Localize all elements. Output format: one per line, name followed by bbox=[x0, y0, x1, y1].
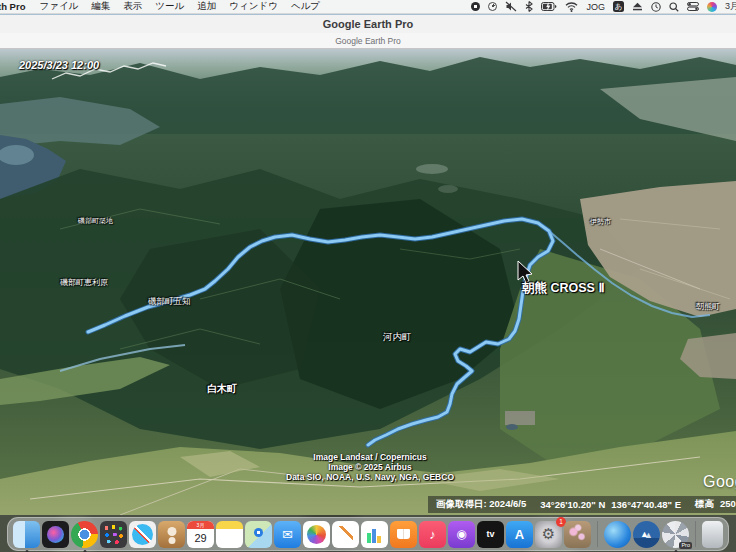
track-name-label[interactable]: 朝熊 CROSS Ⅱ bbox=[522, 280, 605, 297]
menu-clock[interactable]: 3月 bbox=[725, 1, 736, 12]
dock-notes-icon[interactable] bbox=[216, 521, 243, 548]
longitude-value: 136°47'40.48" E bbox=[611, 499, 681, 510]
latitude-value: 34°26'10.20" N bbox=[540, 499, 605, 510]
dock-chrome-icon[interactable] bbox=[71, 521, 98, 548]
imagery-datetime-overlay: 2025/3/23 12:00 bbox=[19, 59, 99, 71]
jog-menu-item[interactable]: JOG bbox=[586, 1, 605, 12]
window-title-bar[interactable]: Google Earth Pro bbox=[0, 14, 736, 33]
menu-window[interactable]: ウィンドウ bbox=[229, 0, 278, 13]
dock-calendar-icon[interactable]: 3月 29 bbox=[187, 521, 214, 548]
dock-numbers-icon[interactable] bbox=[361, 521, 388, 548]
music-note-glyph: ♪ bbox=[429, 527, 436, 542]
window-toolbar: Google Earth Pro bbox=[0, 33, 736, 49]
calendar-month: 3月 bbox=[187, 521, 214, 529]
menu-app-name[interactable]: th Pro bbox=[0, 1, 31, 12]
pro-badge: Pro bbox=[679, 542, 692, 549]
desktop-screen: th Pro ファイル 編集 表示 ツール 追加 ウィンドウ ヘルプ JOG あ… bbox=[0, 0, 736, 552]
attribution-line-3: Data SIO, NOAA, U.S. Navy, NGA, GEBCO bbox=[250, 472, 490, 482]
menu-edit[interactable]: 編集 bbox=[91, 0, 110, 13]
dock-pages-icon[interactable] bbox=[332, 521, 359, 548]
dock-launchpad-icon[interactable] bbox=[100, 521, 127, 548]
dock-mail-icon[interactable]: ✉ bbox=[274, 521, 301, 548]
dock-safari-icon[interactable] bbox=[129, 521, 156, 548]
place-label-kochicho: 河内町 bbox=[383, 331, 412, 344]
attribution-line-2: Image © 2025 Airbus bbox=[250, 462, 490, 472]
menu-tools[interactable]: ツール bbox=[155, 0, 184, 13]
dock-appletv-icon[interactable]: tv bbox=[477, 521, 504, 548]
dock-mountain-app-icon[interactable]: ▲ bbox=[633, 521, 660, 548]
menu-help[interactable]: ヘルプ bbox=[291, 0, 320, 13]
mic-muted-icon[interactable] bbox=[505, 1, 517, 12]
dock-books-icon[interactable] bbox=[390, 521, 417, 548]
podcasts-glyph: ◉ bbox=[456, 527, 466, 541]
menu-view[interactable]: 表示 bbox=[123, 0, 142, 13]
focus-mode-icon[interactable] bbox=[471, 2, 480, 11]
utility-app-icon[interactable] bbox=[488, 2, 497, 11]
envelope-glyph: ✉ bbox=[282, 527, 293, 542]
dock-maps-icon[interactable] bbox=[245, 521, 272, 548]
input-method-icon[interactable]: あ bbox=[613, 1, 624, 12]
earth-3d-viewport[interactable]: 2025/3/23 12:00 磯部町築地 磯部町恵利原 磯部町五知 河内町 白… bbox=[0, 49, 736, 515]
imagery-attribution: Image Landsat / Copernicus Image © 2025 … bbox=[250, 452, 490, 482]
place-label-shirakicho: 白木町 bbox=[207, 382, 237, 396]
place-label-isobe-erihara: 磯部町恵利原 bbox=[60, 277, 108, 288]
elevation-value: 250 m bbox=[720, 498, 736, 511]
place-label-isobe-tsukiji: 磯部町築地 bbox=[78, 216, 113, 226]
dock: 3月 29 ✉ ♪ ◉ tv A ⚙ 1 ▲ Pro bbox=[7, 517, 729, 551]
calendar-day: 29 bbox=[187, 529, 214, 548]
gear-glyph: ⚙ bbox=[542, 525, 555, 543]
appstore-glyph: A bbox=[515, 527, 524, 542]
terrain-render[interactable] bbox=[0, 49, 736, 515]
bluetooth-icon[interactable] bbox=[525, 1, 533, 12]
dock-trash-icon[interactable] bbox=[702, 521, 723, 548]
dock-podcasts-icon[interactable]: ◉ bbox=[448, 521, 475, 548]
toolbar-title: Google Earth Pro bbox=[335, 36, 401, 46]
dock-music-icon[interactable]: ♪ bbox=[419, 521, 446, 548]
google-watermark: Google bbox=[703, 473, 736, 491]
dock-appstore-icon[interactable]: A bbox=[506, 521, 533, 548]
elevation-label: 標高 bbox=[695, 498, 714, 511]
siri-icon[interactable] bbox=[707, 2, 717, 12]
battery-icon[interactable] bbox=[541, 1, 557, 12]
dock-photo-stack-icon[interactable] bbox=[564, 521, 591, 548]
dock-contacts-icon[interactable] bbox=[158, 521, 185, 548]
menu-bar: th Pro ファイル 編集 表示 ツール 追加 ウィンドウ ヘルプ JOG あ… bbox=[0, 0, 736, 14]
menu-add[interactable]: 追加 bbox=[197, 0, 216, 13]
clock-icon[interactable] bbox=[651, 1, 661, 12]
imagery-date: 画像取得日: 2024/6/5 bbox=[436, 498, 526, 511]
mountain-glyph: ▲ bbox=[640, 529, 649, 539]
search-icon[interactable] bbox=[669, 1, 679, 12]
wifi-icon[interactable] bbox=[565, 1, 578, 12]
dock-photos-icon[interactable] bbox=[303, 521, 330, 548]
dock-blue-swirl-app-icon[interactable] bbox=[604, 521, 631, 548]
eject-icon[interactable] bbox=[632, 1, 643, 12]
place-label-asamacho: 朝熊町 bbox=[696, 301, 720, 312]
menu-file[interactable]: ファイル bbox=[39, 0, 78, 13]
tv-label: tv bbox=[486, 529, 494, 539]
dock-system-settings-icon[interactable]: ⚙ 1 bbox=[535, 521, 562, 548]
dock-divider bbox=[597, 521, 598, 547]
attribution-line-1: Image Landsat / Copernicus bbox=[250, 452, 490, 462]
control-center-icon[interactable] bbox=[687, 1, 699, 12]
dock-google-earth-pro-icon[interactable]: Pro bbox=[662, 521, 689, 548]
place-label-iseshi: 伊勢市 bbox=[590, 217, 611, 227]
dock-divider bbox=[695, 521, 696, 547]
place-label-isobe-gochi: 磯部町五知 bbox=[148, 296, 191, 308]
window-title: Google Earth Pro bbox=[323, 18, 413, 30]
dock-siri-icon[interactable] bbox=[42, 521, 69, 548]
status-bar: 画像取得日: 2024/6/5 34°26'10.20" N 136°47'40… bbox=[428, 496, 736, 513]
dock-finder-icon[interactable] bbox=[13, 521, 40, 548]
